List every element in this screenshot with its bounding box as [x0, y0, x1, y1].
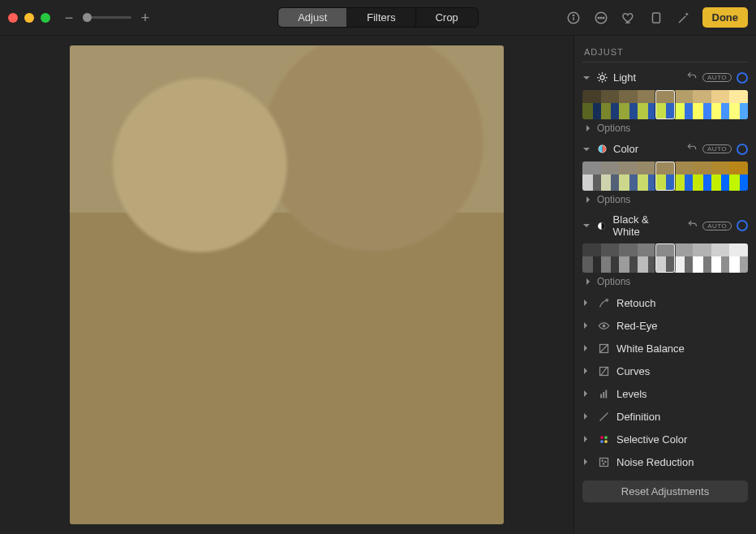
adjust-bw-label: Black & White	[613, 213, 677, 238]
undo-icon[interactable]	[686, 71, 698, 84]
zoom-slider-handle[interactable]	[83, 13, 92, 22]
chevron-down-icon[interactable]	[582, 74, 591, 82]
favorite-icon[interactable]	[620, 9, 638, 27]
chevron-right-icon	[582, 435, 590, 443]
color-marker[interactable]	[655, 161, 675, 191]
undo-icon[interactable]	[687, 219, 698, 233]
chevron-right-icon	[582, 458, 590, 466]
selective-icon	[597, 433, 610, 446]
bw-icon	[595, 219, 608, 232]
light-marker[interactable]	[655, 90, 675, 119]
adjust-color: Color AUTO Options	[582, 140, 748, 209]
chevron-down-icon[interactable]	[582, 222, 591, 230]
enable-ring[interactable]	[737, 72, 748, 84]
light-options-label[interactable]: Options	[597, 123, 630, 134]
row-redeye[interactable]: Red-Eye	[582, 315, 748, 336]
chevron-right-icon	[582, 367, 590, 375]
svg-rect-22	[599, 458, 608, 466]
svg-point-23	[602, 460, 603, 461]
row-redeye-label: Red-Eye	[616, 320, 658, 332]
bw-options-label[interactable]: Options	[597, 276, 630, 287]
zoom-out-button[interactable]: −	[62, 11, 76, 25]
adjust-color-label: Color	[613, 143, 638, 155]
row-curves[interactable]: Curves	[582, 360, 748, 381]
wb-icon	[597, 342, 610, 355]
undo-icon[interactable]	[686, 142, 698, 156]
fullscreen-window-button[interactable]	[41, 13, 50, 23]
svg-rect-16	[603, 392, 604, 398]
chevron-right-icon	[582, 321, 590, 329]
row-noise-label: Noise Reduction	[616, 456, 694, 468]
row-wb[interactable]: White Balance	[582, 338, 748, 359]
bw-marker[interactable]	[655, 243, 675, 273]
color-icon	[595, 143, 608, 156]
redeye-icon	[597, 319, 610, 332]
row-definition-label: Definition	[616, 411, 660, 423]
svg-point-25	[603, 463, 604, 463]
svg-point-24	[604, 461, 605, 462]
zoom-in-button[interactable]: +	[138, 11, 152, 25]
info-icon[interactable]	[565, 9, 582, 27]
auto-enhance-icon[interactable]	[675, 9, 693, 27]
main-area: ADJUST Light AUTO	[0, 36, 756, 534]
chevron-right-icon[interactable]	[584, 124, 592, 132]
row-retouch-label: Retouch	[616, 297, 655, 309]
curves-icon	[597, 364, 610, 377]
done-button[interactable]: Done	[702, 7, 749, 28]
divider	[582, 62, 748, 62]
bw-thumbnails[interactable]	[582, 243, 748, 273]
definition-icon	[597, 410, 610, 423]
auto-button[interactable]: AUTO	[702, 222, 732, 230]
enable-ring[interactable]	[737, 220, 748, 231]
tab-adjust[interactable]: Adjust	[278, 8, 347, 27]
toolbar-right: Done	[565, 7, 749, 28]
chevron-right-icon	[582, 299, 590, 307]
row-definition[interactable]: Definition	[582, 406, 748, 427]
svg-point-18	[600, 436, 604, 439]
chevron-right-icon[interactable]	[584, 278, 592, 286]
svg-point-4	[598, 17, 599, 19]
tab-filters[interactable]: Filters	[347, 8, 415, 27]
svg-rect-17	[605, 390, 607, 398]
svg-rect-15	[600, 394, 602, 398]
canvas-area	[0, 36, 573, 534]
svg-point-21	[604, 440, 608, 443]
minimize-window-button[interactable]	[24, 13, 34, 23]
panel-title: ADJUST	[582, 44, 748, 58]
row-noise[interactable]: Noise Reduction	[582, 451, 748, 472]
adjust-light: Light AUTO Options	[582, 69, 748, 137]
toolbar: − + Adjust Filters Crop Done	[0, 0, 756, 36]
svg-point-2	[573, 15, 573, 15]
enable-ring[interactable]	[737, 144, 748, 155]
row-retouch[interactable]: Retouch	[582, 292, 748, 313]
color-thumbnails[interactable]	[582, 161, 748, 191]
retouch-icon	[597, 296, 610, 309]
auto-button[interactable]: AUTO	[702, 144, 732, 153]
row-selective[interactable]: Selective Color	[582, 428, 748, 450]
row-curves-label: Curves	[616, 365, 650, 377]
chevron-right-icon	[582, 344, 590, 352]
photo-preview[interactable]	[70, 45, 504, 524]
close-window-button[interactable]	[8, 13, 18, 23]
row-wb-label: White Balance	[616, 342, 685, 355]
reset-adjustments-button[interactable]: Reset Adjustments	[582, 480, 748, 502]
row-selective-label: Selective Color	[616, 433, 687, 446]
auto-button[interactable]: AUTO	[702, 73, 732, 82]
aspect-icon[interactable]	[647, 9, 665, 27]
svg-point-8	[600, 75, 604, 80]
light-thumbnails[interactable]	[582, 90, 748, 119]
noise-icon	[597, 455, 610, 468]
chevron-right-icon[interactable]	[584, 196, 592, 204]
color-options-label[interactable]: Options	[597, 194, 630, 205]
tab-crop[interactable]: Crop	[416, 8, 478, 27]
zoom-controls: − +	[62, 11, 152, 25]
adjust-bw: Black & White AUTO Options	[582, 212, 748, 291]
svg-point-12	[603, 325, 605, 327]
more-icon[interactable]	[592, 9, 610, 27]
adjust-light-label: Light	[613, 71, 636, 84]
svg-point-19	[604, 436, 608, 439]
row-levels[interactable]: Levels	[582, 383, 748, 404]
chevron-down-icon[interactable]	[582, 145, 591, 153]
row-levels-label: Levels	[616, 388, 647, 400]
zoom-slider[interactable]	[83, 16, 131, 19]
